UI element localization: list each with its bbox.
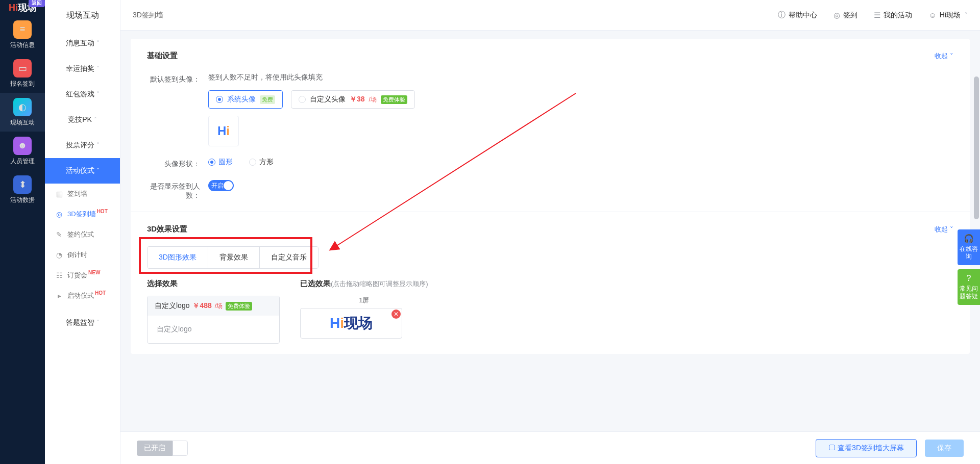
menu-quiz[interactable]: 答题益智 ˄ xyxy=(45,310,120,336)
nav-data[interactable]: ⬍ 活动数据 xyxy=(0,170,45,209)
interaction-icon: ◐ xyxy=(13,98,32,116)
enabled-indicator: 已开启 xyxy=(137,441,188,456)
avatar-label: 默认签到头像： xyxy=(147,73,208,84)
enabled-pill: 已开启 xyxy=(137,441,173,456)
radio-circle[interactable]: 圆形 xyxy=(208,158,233,167)
monitor-icon: 🖵 xyxy=(828,444,838,452)
app-logo[interactable]: Hi现场 返回 xyxy=(0,0,45,15)
shape-row: 头像形状： 圆形 方形 xyxy=(147,158,953,169)
user-icon: ☺ xyxy=(928,11,936,19)
selected-effect-col: 已选效果(点击拖动缩略图可调整显示顺序) 1屏 ✕ Hi现场 xyxy=(300,279,428,339)
screen-label: 1屏 xyxy=(300,296,428,305)
clock-icon: ◔ xyxy=(55,251,63,259)
menu-ceremony[interactable]: 活动仪式 ˅ xyxy=(45,158,120,184)
avatar-preview: Hi xyxy=(208,116,239,146)
option-custom-avatar[interactable]: 自定义头像 ￥38/场 免费体验 xyxy=(291,90,415,109)
option-system-avatar[interactable]: 系统头像 免费 xyxy=(208,90,283,109)
menu-redpacket[interactable]: 红包游戏 ˄ xyxy=(45,82,120,107)
nav-activity-info[interactable]: ≡ 活动信息 xyxy=(0,15,45,54)
collapse-link[interactable]: 收起 ˅ xyxy=(935,51,953,61)
chevron-up-icon: ˄ xyxy=(96,40,100,47)
free-tag: 免费 xyxy=(260,95,275,104)
showcount-row: 是否显示签到人数： 开启 xyxy=(147,180,953,200)
radio-icon xyxy=(208,159,215,166)
logo-card-head: 自定义logo ￥488/场 免费体验 xyxy=(148,296,279,316)
wall-icon: ▦ xyxy=(55,190,63,198)
chevron-up-icon: ˄ xyxy=(96,319,100,326)
scrollbar-thumb[interactable] xyxy=(974,76,979,219)
menu-lottery[interactable]: 幸运抽奖 ˄ xyxy=(45,56,120,82)
settings-card: 基础设置 收起 ˅ 默认签到头像： 签到人数不足时，将使用此头像填充 系统头像 xyxy=(131,39,970,354)
scrollbar-track xyxy=(973,31,979,464)
hot-badge: HOT xyxy=(95,290,106,296)
avatar-row: 默认签到头像： 签到人数不足时，将使用此头像填充 系统头像 免费 xyxy=(147,73,953,146)
tab-group: 3D图形效果 背景效果 自定义音乐 xyxy=(147,246,318,269)
radio-square[interactable]: 方形 xyxy=(249,158,274,167)
checkin-link[interactable]: ◎签到 xyxy=(834,11,857,20)
enabled-toggle[interactable] xyxy=(173,441,188,456)
chevron-down-icon: ˅ xyxy=(950,52,953,60)
list-icon: ☰ xyxy=(874,11,880,20)
tab-background[interactable]: 背景效果 xyxy=(208,247,260,268)
view-bigscreen-button[interactable]: 🖵 查看3D签到墙大屏幕 xyxy=(816,439,917,457)
logo-hi: Hi xyxy=(9,3,18,13)
section-title: 基础设置 xyxy=(147,51,178,61)
menu-vote[interactable]: 投票评分 ˄ xyxy=(45,133,120,158)
footer-bar: 已开启 🖵 查看3D签到墙大屏幕 保存 xyxy=(120,431,980,464)
hot-badge: HOT xyxy=(97,209,108,214)
tab-3d-shape[interactable]: 3D图形效果 xyxy=(148,247,208,268)
logo-card-body: 自定义logo xyxy=(148,316,279,343)
select-effect-col: 选择效果 自定义logo ￥488/场 免费体验 自定义logo xyxy=(147,279,280,344)
calendar-icon: ▭ xyxy=(13,59,32,78)
chevron-up-icon: ˄ xyxy=(96,91,100,98)
help-link[interactable]: ⓘ帮助中心 xyxy=(778,10,817,20)
shape-label: 头像形状： xyxy=(147,158,208,169)
tab-music[interactable]: 自定义音乐 xyxy=(260,247,318,268)
showcount-switch[interactable]: 开启 xyxy=(208,180,234,191)
sec-title: 现场互动 xyxy=(45,0,120,31)
radio-icon xyxy=(249,159,256,166)
logo-badge[interactable]: 返回 xyxy=(29,0,45,7)
tabs-row: 3D图形效果 背景效果 自定义音乐 xyxy=(147,246,953,269)
new-badge: NEW xyxy=(88,270,100,275)
radio-icon xyxy=(216,96,223,103)
basic-settings-section: 基础设置 收起 ˅ 默认签到头像： 签到人数不足时，将使用此头像填充 系统头像 xyxy=(131,39,970,212)
nav-signup-checkin[interactable]: ▭ 报名签到 xyxy=(0,54,45,93)
logo-card[interactable]: 自定义logo ￥488/场 免费体验 自定义logo xyxy=(147,296,280,344)
avatar-help: 签到人数不足时，将使用此头像填充 xyxy=(208,73,953,82)
content-scroll[interactable]: 基础设置 收起 ˅ 默认签到头像： 签到人数不足时，将使用此头像填充 系统头像 xyxy=(120,31,980,431)
trial-tag: 免费体验 xyxy=(381,95,407,104)
sub-launch[interactable]: ▸启动仪式HOT xyxy=(45,286,120,306)
my-activities-link[interactable]: ☰我的活动 xyxy=(874,11,912,20)
cube-icon: ◎ xyxy=(55,210,63,218)
save-button[interactable]: 保存 xyxy=(925,440,964,457)
nav-people[interactable]: ☻ 人员管理 xyxy=(0,132,45,170)
preview-thumbnail[interactable]: ✕ Hi现场 xyxy=(300,308,402,339)
top-bar: 3D签到墙 ⓘ帮助中心 ◎签到 ☰我的活动 ☺Hi现场˅ xyxy=(120,0,980,31)
info-icon: ⓘ xyxy=(778,10,786,20)
chevron-down-icon: ˅ xyxy=(965,12,968,19)
effects-row: 选择效果 自定义logo ￥488/场 免费体验 自定义logo xyxy=(147,279,953,354)
menu-message[interactable]: 消息互动 ˄ xyxy=(45,31,120,56)
pen-icon: ✎ xyxy=(55,230,63,239)
sub-signing[interactable]: ✎签约仪式 xyxy=(45,224,120,245)
remove-button[interactable]: ✕ xyxy=(391,310,401,319)
main-area: 3D签到墙 ⓘ帮助中心 ◎签到 ☰我的活动 ☺Hi现场˅ 基础设置 收起 ˅ 默… xyxy=(120,0,980,464)
menu-pk[interactable]: 竞技PK ˄ xyxy=(45,107,120,133)
sub-countdown[interactable]: ◔倒计时 xyxy=(45,245,120,265)
3d-effects-section: 3D效果设置 收起 ˅ 3D图形效果 背景效果 自定义音乐 xyxy=(131,212,970,354)
chart-icon: ⬍ xyxy=(13,175,32,194)
play-icon: ▸ xyxy=(55,292,63,300)
nav-live-interaction[interactable]: ◐ 现场互动 xyxy=(0,93,45,132)
chevron-down-icon: ˅ xyxy=(96,167,100,174)
showcount-label: 是否显示签到人数： xyxy=(147,180,208,200)
people-icon: ☻ xyxy=(13,137,32,155)
user-menu[interactable]: ☺Hi现场˅ xyxy=(928,11,968,20)
doc-icon: ≡ xyxy=(13,20,32,39)
sub-order[interactable]: ☷订货会NEW xyxy=(45,265,120,286)
sub-3d-signin[interactable]: ◎3D签到墙HOT xyxy=(45,204,120,224)
chevron-down-icon: ˅ xyxy=(950,225,953,233)
sub-signin-wall[interactable]: ▦签到墙 xyxy=(45,184,120,204)
list-icon: ☷ xyxy=(55,271,63,279)
collapse-link[interactable]: 收起 ˅ xyxy=(935,225,953,234)
